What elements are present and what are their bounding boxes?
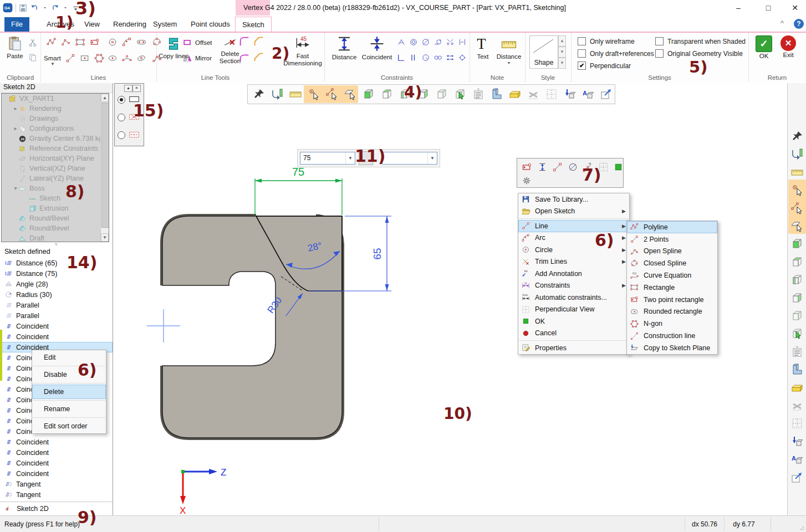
dimension-75-label[interactable]: 75 <box>292 166 304 178</box>
side-toolbar-window-arrow-button[interactable] <box>790 471 804 484</box>
tab-sketch-2d[interactable]: Sketch 2D <box>0 502 113 515</box>
side-toolbar-cube-top-button[interactable] <box>790 255 804 269</box>
side-toolbar-cube-light-button[interactable] <box>790 309 804 323</box>
constraint-k-symmetry-button[interactable] <box>445 37 455 47</box>
paste-button[interactable]: Paste <box>2 35 28 60</box>
constraint-k-eqradius-button[interactable] <box>433 53 443 63</box>
tool-fillet-m2-button[interactable] <box>238 51 251 63</box>
menu-item-constraints[interactable]: 11Constraints▶ <box>518 280 629 292</box>
checkbox-only-draft-references[interactable]: Only draft+references <box>578 49 654 58</box>
palette-opt-rect[interactable] <box>128 93 140 105</box>
toolbar-l-solid-button[interactable] <box>490 88 503 101</box>
menu-item-rectangle[interactable]: Rectangle <box>627 282 717 294</box>
side-toolbar-l-solid-button[interactable] <box>790 363 804 376</box>
toolbar-ruler-button[interactable] <box>289 88 302 101</box>
dimension-apply-button[interactable] <box>359 151 373 165</box>
menu-item-automatic-constraints-[interactable]: AutoAutomatic constraints... <box>518 291 629 304</box>
style-scroll-down-icon[interactable]: ▼ <box>558 47 566 58</box>
palette-collapse-icon[interactable]: ▲ <box>124 85 132 92</box>
toolbar-pin-button[interactable] <box>252 88 266 101</box>
tree-item-vertical-xz-plane[interactable]: Vertical(XZ) Plane <box>2 163 109 173</box>
lines-line-red-button[interactable] <box>65 53 76 64</box>
lines-polyline-button[interactable] <box>46 37 57 48</box>
constraint-k-midpoint-button[interactable] <box>457 37 467 47</box>
constraint-item-coincident[interactable]: Coincident <box>0 321 113 331</box>
ribbon-collapse-button[interactable]: ^ <box>781 19 784 27</box>
palette-radio-opt-hatch-line[interactable] <box>118 131 125 139</box>
constraint-k-diameter-button[interactable] <box>421 37 431 47</box>
menu-item-polyline[interactable]: Polyline <box>627 221 717 233</box>
checkbox-box[interactable] <box>578 37 586 45</box>
menu-item-open-spline[interactable]: Open Spline <box>627 245 717 258</box>
dd-button[interactable] <box>42 4 48 11</box>
constraint-item-coincident[interactable]: Coincident <box>0 468 113 479</box>
mini-toolbar-dim-i-button[interactable] <box>537 161 548 173</box>
side-toolbar-snap-line-button[interactable] <box>790 202 804 215</box>
style-gallery-icon[interactable]: ▼ <box>558 58 566 69</box>
tree-scroll-up-icon[interactable]: ▲ <box>101 94 109 102</box>
toolbar-snap-point-button[interactable] <box>307 88 320 101</box>
constraint-item-tangent[interactable]: Tangent <box>0 479 113 489</box>
smart-dropdown-icon[interactable]: ▼ <box>50 62 55 66</box>
lines-line-angle-button[interactable] <box>60 37 72 48</box>
tree-item-reference-constraints[interactable]: Reference Constraints <box>2 144 109 154</box>
tree-item-configurations[interactable]: ▸Configurations <box>2 124 109 134</box>
app-logo-g4-button[interactable]: G4 <box>2 2 13 13</box>
panel-splitter[interactable]: ˅ <box>0 242 113 248</box>
checkbox-original-geometry-visible[interactable]: Original Geometry Visible <box>655 49 743 58</box>
menu-item-two-point-rectangle[interactable]: Two point rectangle <box>627 294 717 306</box>
lines-arc-3pt-button[interactable] <box>121 53 132 64</box>
toolbar-cube-right-button[interactable] <box>417 88 430 101</box>
checkbox-box[interactable] <box>655 37 664 45</box>
palette-radio-opt-rect[interactable] <box>118 96 125 104</box>
dimension-65-label[interactable]: 65 <box>371 248 383 259</box>
side-toolbar-ruler-button[interactable] <box>790 166 804 179</box>
dimension-value-combobox[interactable]: 75 ▼ <box>300 152 355 165</box>
menu-item-line[interactable]: Line▶ <box>518 220 629 232</box>
menu-item-construction-line[interactable]: Construction line <box>627 330 717 342</box>
combobox-dropdown-icon[interactable]: ▼ <box>345 152 355 164</box>
constraint-item-coincident[interactable]: Coincident <box>0 447 113 458</box>
redo-button[interactable] <box>50 3 60 13</box>
tree-item-gravity-center-6-738-kg[interactable]: 10Gravity Center 6.738 kg <box>2 134 109 144</box>
mirror-icon[interactable] <box>182 53 193 64</box>
toolbar-snap-face-button[interactable] <box>344 88 357 101</box>
checkbox-transparent-when-shaded[interactable]: Transparent when Shaded <box>655 37 746 45</box>
coincident-constraint-button[interactable]: Coincident <box>360 34 394 61</box>
tree-item-draft[interactable]: Draft <box>2 233 109 242</box>
mini-toolbar-line-red-button[interactable] <box>552 161 563 173</box>
menu-item-disable[interactable]: Disable <box>32 367 106 382</box>
toolbar-log-list-button[interactable] <box>472 88 485 101</box>
constraint-item-distance-65-[interactable]: Distance (65) <box>0 258 113 268</box>
distance-note-button[interactable]: Distance ▼ <box>494 36 524 65</box>
exit-button[interactable]: ✕ Exit <box>778 35 798 59</box>
side-toolbar-pin-button[interactable] <box>790 130 804 143</box>
constraint-item-coincident[interactable]: Coincident <box>0 458 113 468</box>
toolbar-window-arrow-button[interactable] <box>600 88 613 101</box>
side-toolbar-cube-arrow-down-button[interactable] <box>790 435 804 448</box>
menu-item-edit[interactable]: Edit <box>32 350 106 365</box>
menu-item-edit-sort-order[interactable]: Edit sort order <box>32 419 106 433</box>
toolbar-cube-select-button[interactable] <box>453 88 467 101</box>
menu-item-save-to-library-[interactable]: Save To Library... <box>518 193 629 206</box>
lines-rect-center-button[interactable] <box>79 53 90 64</box>
tab-point-clouds[interactable]: Point clouds <box>184 17 237 32</box>
menu-item-open-sketch[interactable]: Open Sketch▶ <box>518 206 629 218</box>
lines-ellipse-button[interactable] <box>107 53 118 64</box>
toolbar-cube-top-button[interactable] <box>380 88 394 101</box>
constraint-item-angle-28-[interactable]: Angle (28) <box>0 279 113 289</box>
menu-item-trim-lines[interactable]: Trim Lines▶ <box>518 256 629 268</box>
toolbar-cube-shaded-button[interactable] <box>362 88 375 101</box>
lines-rect-2pt-red-button[interactable] <box>89 37 100 48</box>
constraint-k-radius-button[interactable] <box>421 53 431 63</box>
menu-item-curve-equation[interactable]: f(x)Curve Equation <box>627 269 717 282</box>
style-scroll-buttons[interactable]: ▲▼▼ <box>558 35 566 68</box>
constraint-item-tangent[interactable]: Tangent <box>0 489 113 500</box>
mini-toolbar-grid-cross-button[interactable] <box>598 161 609 173</box>
smart-button[interactable]: Smart <box>44 55 61 62</box>
tree-scroll-thumb[interactable] <box>101 103 109 228</box>
tree-expander[interactable]: ▸ <box>13 104 18 114</box>
side-toolbar-log-list-button[interactable] <box>790 345 804 359</box>
side-toolbar-grid-cross-button[interactable] <box>790 417 804 430</box>
qa-more-button[interactable] <box>71 3 80 13</box>
